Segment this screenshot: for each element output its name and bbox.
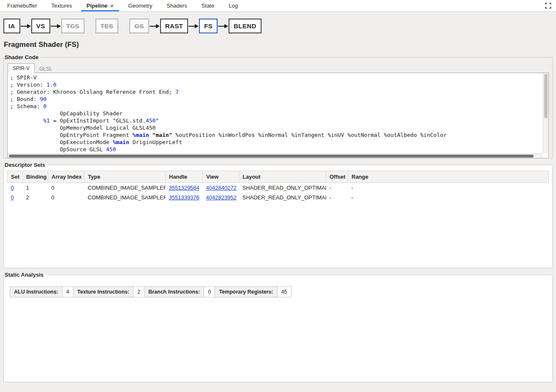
cell-view: 4042840272 xyxy=(203,183,239,193)
vertical-scrollbar[interactable] xyxy=(543,73,548,153)
shader-tab-glsl[interactable]: GLSL xyxy=(35,64,57,73)
column-header-type[interactable]: Type xyxy=(84,171,166,183)
tab-label: Geometry xyxy=(128,3,152,9)
tab-shaders[interactable]: Shaders xyxy=(159,0,194,11)
stat-value: 45 xyxy=(278,286,292,297)
cell-layout: SHADER_READ_ONLY_OPTIMAL xyxy=(239,193,326,202)
stat-label: ALU Instructions: xyxy=(10,286,63,297)
code-line: OpSource GLSL 450 xyxy=(10,146,546,153)
pipeline-stage-gs[interactable]: GS xyxy=(129,19,149,34)
tab-label: State xyxy=(202,3,214,9)
shader-tab-spir-v[interactable]: SPIR-V xyxy=(8,63,35,73)
flow-arrow-icon xyxy=(218,24,229,29)
column-header-binding[interactable]: Binding xyxy=(23,171,48,183)
tab-label: Pipeline xyxy=(87,3,108,9)
code-line: ; Version: 1.0 xyxy=(10,81,546,88)
descriptor-sets-table: SetBindingArray IndexTypeHandleViewLayou… xyxy=(7,171,549,202)
cell-set: 0 xyxy=(8,183,23,193)
tab-framebuffer[interactable]: Framebuffer xyxy=(0,0,44,11)
tab-label: Textures xyxy=(52,3,72,9)
pipeline-stage-fs[interactable]: FS xyxy=(199,19,218,34)
code-line: ; SPIR-V xyxy=(10,74,546,81)
tabs-container: FramebufferTexturesPipeline×GeometryShad… xyxy=(0,0,245,11)
window-tab-bar: FramebufferTexturesPipeline×GeometryShad… xyxy=(0,0,556,12)
handle-link[interactable]: 3551329584 xyxy=(169,185,199,191)
cell-offset: - xyxy=(326,193,348,202)
set-link[interactable]: 0 xyxy=(11,194,14,201)
pipeline-stage-rast[interactable]: RAST xyxy=(160,19,188,34)
fullscreen-icon[interactable] xyxy=(544,2,552,10)
descriptor-sets-group-label: Descriptor Sets xyxy=(5,162,48,168)
pipeline-stage-vs[interactable]: VS xyxy=(31,19,50,34)
table-row: 010COMBINED_IMAGE_SAMPLER355132958440428… xyxy=(8,183,549,193)
tab-pipeline[interactable]: Pipeline× xyxy=(79,0,121,11)
view-link[interactable]: 4042823952 xyxy=(206,194,237,201)
page-title: Fragment Shader (FS) xyxy=(4,41,553,49)
stat-group: ALU Instructions:4 xyxy=(10,286,74,297)
cell-type: COMBINED_IMAGE_SAMPLER xyxy=(84,193,166,202)
flow-arrow-icon xyxy=(149,24,160,29)
tab-textures[interactable]: Textures xyxy=(44,0,79,11)
column-header-offset[interactable]: Offset xyxy=(326,171,348,183)
shader-code-tabs: SPIR-VGLSL xyxy=(7,63,549,73)
tab-state[interactable]: State xyxy=(194,0,221,11)
table-row: 020COMBINED_IMAGE_SAMPLER355133937640428… xyxy=(8,193,549,202)
column-header-range[interactable]: Range xyxy=(348,171,549,183)
horizontal-scrollbar-thumb[interactable] xyxy=(9,155,534,158)
column-header-view[interactable]: View xyxy=(203,171,239,183)
handle-link[interactable]: 3551339376 xyxy=(169,194,199,201)
pipeline-stage-tes[interactable]: TES xyxy=(95,19,118,34)
cell-array_index: 0 xyxy=(48,183,84,193)
code-line: OpExecutionMode %main OriginUpperLeft xyxy=(10,139,546,146)
cell-type: COMBINED_IMAGE_SAMPLER xyxy=(84,183,166,193)
pipeline-stage-tcs[interactable]: TCS xyxy=(61,19,84,34)
shader-code-view[interactable]: ; SPIR-V; Version: 1.0; Generator: Khron… xyxy=(7,73,549,158)
cell-binding: 2 xyxy=(23,193,48,202)
stat-group: Texture Instructions:2 xyxy=(73,286,144,297)
pipeline-stage-ia[interactable]: IA xyxy=(3,19,20,34)
code-line: OpEntryPoint Fragment %main "main" %outP… xyxy=(10,131,546,139)
static-analysis-stats: ALU Instructions:4Texture Instructions:2… xyxy=(10,286,546,297)
cell-layout: SHADER_READ_ONLY_OPTIMAL xyxy=(239,183,326,193)
stat-group: Temporary Registers:45 xyxy=(215,286,291,297)
code-lines: ; SPIR-V; Version: 1.0; Generator: Khron… xyxy=(8,73,548,158)
vertical-scrollbar-thumb[interactable] xyxy=(544,74,548,118)
table-header-row: SetBindingArray IndexTypeHandleViewLayou… xyxy=(8,171,549,183)
stat-value: 2 xyxy=(134,286,144,297)
static-analysis-group: Static Analysis ALU Instructions:4Textur… xyxy=(3,272,553,382)
code-line: ; Bound: 90 xyxy=(10,95,546,103)
shader-code-group: Shader Code SPIR-VGLSL ; SPIR-V; Version… xyxy=(3,54,553,158)
column-header-array_index[interactable]: Array Index xyxy=(48,171,84,183)
column-header-layout[interactable]: Layout xyxy=(239,171,326,183)
stat-label: Branch Instructions: xyxy=(144,286,204,297)
stat-label: Texture Instructions: xyxy=(73,286,134,297)
cell-set: 0 xyxy=(8,193,23,202)
close-tab-icon[interactable]: × xyxy=(110,3,114,9)
code-line: OpMemoryModel Logical GLSL450 xyxy=(10,124,546,131)
cell-handle: 3551329584 xyxy=(166,183,203,193)
shader-code-group-label: Shader Code xyxy=(5,54,41,60)
horizontal-scrollbar[interactable] xyxy=(8,153,543,158)
static-analysis-group-label: Static Analysis xyxy=(5,272,46,278)
stat-group: Branch Instructions:0 xyxy=(144,286,215,297)
tab-label: Shaders xyxy=(166,3,187,9)
cell-array_index: 0 xyxy=(48,193,84,202)
column-header-set[interactable]: Set xyxy=(8,171,23,183)
code-line: ; Schema: 0 xyxy=(10,103,546,110)
view-link[interactable]: 4042840272 xyxy=(206,185,237,191)
cell-binding: 1 xyxy=(23,183,48,193)
code-line: ; Generator: Khronos Glslang Reference F… xyxy=(10,88,546,95)
cell-handle: 3551339376 xyxy=(166,193,203,202)
app-window: FramebufferTexturesPipeline×GeometryShad… xyxy=(0,0,556,382)
column-header-handle[interactable]: Handle xyxy=(166,171,203,183)
code-line: %1 = OpExtInstImport "GLSL.std.450" xyxy=(10,117,546,124)
set-link[interactable]: 0 xyxy=(11,185,14,191)
tab-log[interactable]: Log xyxy=(221,0,245,11)
tab-geometry[interactable]: Geometry xyxy=(121,0,159,11)
pipeline-flow: IAVSTCSTESGSRASTFSBLEND xyxy=(0,12,556,40)
tab-label: Framebuffer xyxy=(7,3,37,9)
pipeline-stage-blend[interactable]: BLEND xyxy=(229,19,262,34)
cell-view: 4042823952 xyxy=(203,193,239,202)
stat-value: 0 xyxy=(204,286,215,297)
cell-range: - xyxy=(348,193,549,202)
